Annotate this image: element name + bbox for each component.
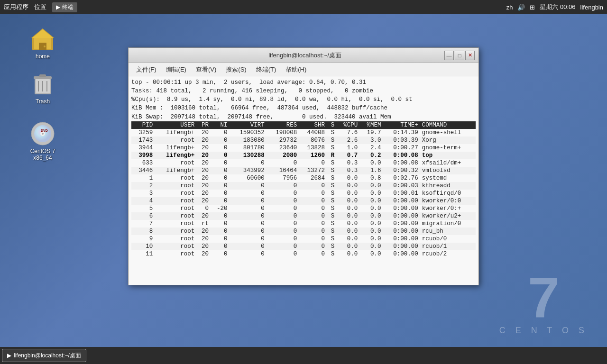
- table-cell: rcuob/2: [420, 250, 476, 258]
- table-cell: 0.0: [336, 243, 359, 250]
- proc-table-header-cell: %MEM: [359, 121, 383, 129]
- table-cell: 343992: [229, 167, 266, 174]
- table-cell: rcuob/1: [420, 243, 476, 250]
- table-cell: 0.0: [336, 174, 359, 182]
- table-cell: 0:00.00: [383, 205, 420, 212]
- table-cell: 1.0: [336, 144, 359, 152]
- table-cell: 0.2: [359, 152, 383, 159]
- terminal-title: lifengbin@localhost:~/桌面: [166, 51, 444, 60]
- terminal-label: 终端: [62, 3, 74, 11]
- table-cell: -20: [211, 205, 229, 212]
- table-cell: 0: [211, 250, 229, 258]
- pos-menu[interactable]: 位置: [34, 3, 46, 11]
- table-cell: 0: [211, 228, 229, 235]
- table-cell: vmtoolsd: [420, 167, 476, 174]
- table-cell: 0.0: [336, 228, 359, 235]
- table-cell: 0: [299, 190, 327, 197]
- table-cell: root: [155, 212, 196, 220]
- table-cell: 8076: [299, 136, 327, 144]
- table-cell: 29732: [267, 136, 299, 144]
- menu-view[interactable]: 查看(V): [192, 64, 220, 75]
- table-cell: lifengb+: [155, 129, 196, 136]
- top-output-line: KiB Mem : 1003160 total, 66964 free, 487…: [131, 104, 476, 112]
- terminal-titlebar: lifengbin@localhost:~/桌面 — □ ✕: [129, 48, 478, 63]
- volume-icon[interactable]: 🔊: [517, 4, 525, 11]
- table-cell: 0:00.08: [383, 152, 420, 159]
- table-cell: rcuob/0: [420, 235, 476, 243]
- maximize-button[interactable]: □: [455, 51, 464, 60]
- table-row: 11root200000S0.00.00:00.00rcuob/2: [131, 250, 476, 258]
- table-cell: S: [327, 167, 336, 174]
- table-cell: kthreadd: [420, 182, 476, 190]
- table-cell: 7956: [267, 174, 299, 182]
- table-cell: 16464: [267, 167, 299, 174]
- menu-edit[interactable]: 编辑(E): [162, 64, 190, 75]
- table-cell: 0: [211, 144, 229, 152]
- table-cell: S: [327, 205, 336, 212]
- close-button[interactable]: ✕: [465, 51, 475, 60]
- table-cell: 0.0: [336, 182, 359, 190]
- table-cell: lifengb+: [155, 152, 196, 159]
- apps-menu[interactable]: 应用程序: [4, 3, 28, 11]
- table-cell: S: [327, 235, 336, 243]
- taskbar-terminal-icon: ▶: [7, 352, 11, 359]
- dvd-icon[interactable]: DVD CentOS 7 x86_64: [21, 118, 64, 164]
- table-cell: 0: [229, 190, 266, 197]
- table-cell: 44008: [299, 129, 327, 136]
- table-row: 1root2006060079562684S0.00.80:02.76syste…: [131, 174, 476, 182]
- dvd-label: CentOS 7 x86_64: [24, 148, 61, 161]
- table-cell: 0: [211, 136, 229, 144]
- table-cell: 0: [229, 220, 266, 228]
- menu-search[interactable]: 搜索(S): [222, 64, 250, 75]
- table-row: 8root200000S0.00.00:00.00rcu_bh: [131, 228, 476, 235]
- table-cell: root: [155, 182, 196, 190]
- table-cell: 0: [229, 212, 266, 220]
- table-row: 6root200000S0.00.00:00.00kworker/u2+: [131, 212, 476, 220]
- table-cell: 0.0: [336, 205, 359, 212]
- svg-point-5: [44, 46, 46, 47]
- table-cell: 0: [299, 250, 327, 258]
- table-cell: 633: [131, 159, 155, 167]
- table-cell: 0: [299, 212, 327, 220]
- menu-help[interactable]: 帮助(H): [282, 64, 310, 75]
- language-indicator[interactable]: zh: [506, 4, 513, 11]
- table-cell: S: [327, 144, 336, 152]
- display-icon[interactable]: ⊞: [530, 4, 535, 11]
- table-cell: 0:00.03: [383, 182, 420, 190]
- table-cell: root: [155, 250, 196, 258]
- table-cell: 20: [196, 144, 211, 152]
- terminal-indicator[interactable]: ▶ 终端: [52, 2, 77, 12]
- table-cell: 20: [196, 129, 211, 136]
- table-cell: root: [155, 243, 196, 250]
- table-cell: 0: [267, 205, 299, 212]
- table-row: 2root200000S0.00.00:00.03kthreadd: [131, 182, 476, 190]
- terminal-menubar: 文件(F) 编辑(E) 查看(V) 搜索(S) 终端(T) 帮助(H): [129, 63, 478, 76]
- table-cell: xfsaild/dm+: [420, 159, 476, 167]
- table-cell: Xorg: [420, 136, 476, 144]
- table-cell: 9: [131, 235, 155, 243]
- menu-file[interactable]: 文件(F): [132, 64, 160, 75]
- table-cell: 0: [267, 250, 299, 258]
- table-row: 3998lifengb+20013028820801260R0.70.20:00…: [131, 152, 476, 159]
- table-cell: S: [327, 174, 336, 182]
- terminal-content[interactable]: top - 00:06:11 up 3 min, 2 users, load a…: [129, 76, 478, 285]
- table-cell: 0: [211, 182, 229, 190]
- home-icon[interactable]: home: [21, 24, 64, 63]
- table-cell: 0: [267, 243, 299, 250]
- table-cell: 23640: [267, 144, 299, 152]
- proc-table-header-cell: SHR: [299, 121, 327, 129]
- table-cell: 0: [229, 235, 266, 243]
- table-cell: S: [327, 129, 336, 136]
- minimize-button[interactable]: —: [444, 51, 454, 60]
- taskbar-terminal-item[interactable]: ▶ lifengbin@localhost:~/桌面: [2, 349, 86, 362]
- proc-table-header-cell: PR: [196, 121, 211, 129]
- table-cell: 0: [229, 228, 266, 235]
- table-cell: R: [327, 152, 336, 159]
- menu-terminal[interactable]: 终端(T): [252, 64, 280, 75]
- user-menu[interactable]: lifengbin: [580, 4, 603, 11]
- table-cell: 20: [196, 136, 211, 144]
- table-cell: S: [327, 220, 336, 228]
- table-cell: 20: [196, 197, 211, 205]
- table-cell: 0: [229, 250, 266, 258]
- trash-icon[interactable]: Trash: [21, 69, 64, 108]
